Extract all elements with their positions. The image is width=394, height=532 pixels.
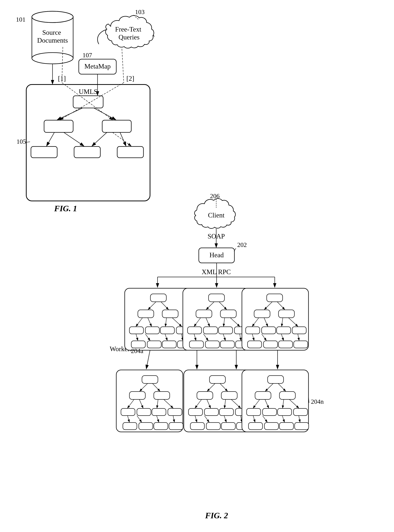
svg-rect-115 [139, 423, 153, 430]
svg-rect-82 [292, 327, 306, 334]
client-cloud: Client [194, 198, 235, 228]
svg-rect-102 [130, 392, 145, 399]
diagram-container: 101 Source Documents 103 Free-Text Queri… [0, 0, 394, 532]
svg-point-2 [32, 53, 73, 64]
svg-rect-56 [196, 310, 212, 318]
svg-rect-49 [162, 341, 176, 348]
svg-rect-104 [121, 409, 135, 415]
ref-204n: 204n [311, 398, 324, 405]
umls-bot-right [117, 146, 144, 158]
umls-mid-left [44, 120, 73, 132]
ref-105: 105 [16, 138, 26, 145]
svg-rect-68 [189, 341, 203, 348]
svg-rect-144 [268, 376, 284, 383]
svg-rect-39 [160, 327, 174, 334]
fig2-label: FIG. 2 [205, 511, 228, 520]
svg-rect-117 [169, 423, 183, 430]
svg-rect-36 [162, 310, 178, 318]
svg-rect-37 [130, 327, 144, 334]
umls-bot-mid [74, 146, 100, 158]
svg-rect-135 [190, 423, 204, 430]
svg-rect-123 [197, 392, 213, 399]
svg-rect-59 [203, 327, 218, 334]
umls-mid-right [102, 120, 131, 132]
ref-206-line: 206 [210, 192, 220, 199]
svg-rect-127 [219, 409, 233, 415]
svg-rect-126 [204, 409, 218, 415]
ref-101: 101 [16, 16, 26, 23]
svg-rect-137 [221, 423, 235, 430]
svg-rect-69 [205, 341, 219, 348]
svg-rect-92 [294, 341, 308, 348]
svg-rect-58 [187, 327, 202, 334]
ref-103: 103 [135, 8, 145, 15]
head-label: Head [209, 251, 224, 259]
svg-rect-105 [137, 409, 151, 415]
svg-rect-157 [249, 423, 263, 430]
svg-rect-89 [248, 341, 262, 348]
svg-rect-107 [168, 409, 182, 415]
svg-rect-116 [154, 423, 168, 430]
svg-rect-148 [263, 409, 277, 415]
svg-rect-76 [267, 294, 283, 302]
svg-rect-38 [145, 327, 159, 334]
svg-rect-106 [152, 409, 166, 415]
svg-rect-146 [280, 392, 295, 399]
svg-rect-55 [208, 294, 224, 302]
xml-rpc-label: XML RPC [202, 268, 231, 276]
svg-rect-122 [209, 376, 225, 383]
svg-rect-158 [264, 423, 279, 430]
svg-rect-125 [188, 409, 202, 415]
svg-rect-124 [221, 392, 237, 399]
svg-rect-145 [255, 392, 271, 399]
svg-rect-103 [154, 392, 170, 399]
ref-202: 202 [237, 241, 247, 248]
svg-rect-60 [218, 327, 233, 334]
svg-rect-81 [277, 327, 291, 334]
svg-rect-159 [280, 423, 294, 430]
svg-rect-114 [123, 423, 137, 430]
svg-rect-90 [264, 341, 278, 348]
svg-rect-78 [279, 310, 294, 318]
svg-rect-136 [206, 423, 220, 430]
ref-107: 107 [83, 52, 92, 59]
svg-rect-147 [247, 409, 261, 415]
umls-label: UMLS [79, 88, 98, 96]
svg-rect-57 [220, 310, 236, 318]
svg-rect-35 [138, 310, 154, 318]
svg-rect-79 [246, 327, 260, 334]
metamap-label: MetaMap [84, 63, 111, 70]
svg-rect-47 [131, 341, 145, 348]
svg-rect-150 [294, 409, 308, 415]
svg-rect-34 [150, 294, 166, 302]
svg-line-97 [146, 350, 150, 369]
free-text-queries-cloud: Free-Text Queries [106, 16, 154, 48]
ref-204a: 204a [131, 347, 143, 354]
svg-rect-101 [142, 376, 158, 383]
fig1-label: FIG. 1 [54, 204, 77, 213]
svg-rect-160 [295, 423, 309, 430]
svg-rect-70 [220, 341, 234, 348]
svg-rect-77 [254, 310, 270, 318]
umls-top-node [73, 96, 103, 108]
svg-rect-48 [147, 341, 161, 348]
svg-rect-80 [262, 327, 276, 334]
bracket2-label: [2] [126, 75, 134, 82]
umls-bot-left [31, 146, 57, 158]
client-label: Client [208, 212, 224, 219]
svg-rect-91 [279, 341, 293, 348]
svg-rect-149 [278, 409, 292, 415]
